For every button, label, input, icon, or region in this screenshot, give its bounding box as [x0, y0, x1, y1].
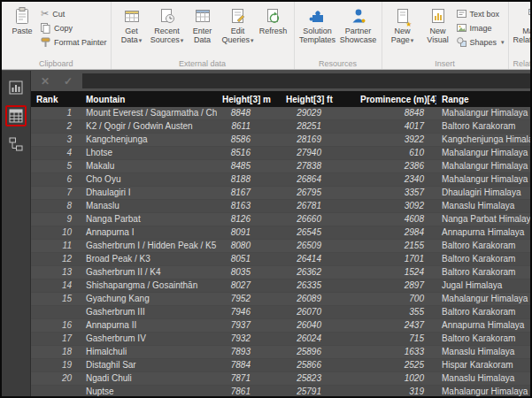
cell[interactable]: Mahalangur Himalaya — [436, 293, 530, 306]
cell[interactable]: 319 — [355, 386, 436, 397]
format-painter-button[interactable]: Format Painter — [41, 36, 107, 48]
cell[interactable]: Annapurna Himalaya — [436, 319, 530, 333]
cell[interactable]: Ngadi Chuli — [81, 372, 217, 386]
cell[interactable]: Makalu — [81, 160, 217, 173]
get-data-button[interactable]: Get Data▾ — [115, 4, 149, 57]
data-view-button[interactable] — [5, 105, 27, 126]
cell[interactable]: 28169 — [281, 134, 355, 147]
cell[interactable]: 7861 — [217, 386, 281, 397]
paste-button[interactable]: Paste — [5, 4, 39, 57]
cell[interactable]: 1020 — [355, 372, 436, 386]
edit-queries-button[interactable]: Edit Queries▾ — [221, 4, 255, 57]
cell[interactable]: Hispar Karakoram — [436, 359, 530, 372]
cell[interactable]: Annapurna I — [81, 226, 217, 240]
cell[interactable]: 17 — [31, 333, 81, 346]
cell[interactable]: 4 — [31, 147, 81, 160]
cell[interactable]: Manaslu — [81, 200, 217, 213]
cell[interactable]: 9 — [31, 213, 81, 226]
cell[interactable]: Kangchenjunga — [81, 134, 217, 147]
cell[interactable]: 26335 — [281, 279, 355, 293]
relationships-view-button[interactable] — [5, 134, 27, 155]
cell[interactable]: Dhaulagiri Himalaya — [436, 187, 530, 200]
cell[interactable]: 8516 — [217, 147, 281, 160]
cell[interactable]: 715 — [355, 333, 436, 346]
cell[interactable]: 3 — [31, 134, 81, 147]
cell[interactable]: 5 — [31, 160, 81, 173]
column-header[interactable]: Mountain — [81, 91, 217, 107]
column-header[interactable]: Height[3] ft — [281, 91, 355, 107]
cell[interactable]: 8051 — [217, 253, 281, 266]
cell[interactable]: 25791 — [281, 386, 355, 397]
cell[interactable]: K2 / Qogir / Godwin Austen — [81, 120, 217, 134]
cell[interactable]: 8 — [31, 200, 81, 213]
close-icon[interactable]: ✕ — [41, 75, 50, 88]
cell[interactable]: Nanga Parbat — [81, 213, 217, 226]
cell[interactable]: 7932 — [217, 333, 281, 346]
manage-relationships-button[interactable]: Manage Relationships — [513, 4, 530, 57]
copy-button[interactable]: Copy — [41, 22, 107, 34]
cell[interactable]: 26864 — [281, 173, 355, 187]
cell[interactable]: Baltoro Karakoram — [436, 306, 530, 319]
cut-button[interactable]: ✂ Cut — [41, 8, 107, 19]
cell[interactable]: Gyachung Kang — [81, 293, 217, 306]
cell[interactable]: 14 — [31, 279, 81, 293]
cell[interactable]: 7884 — [217, 359, 281, 372]
cell[interactable]: Mahalangur Himalaya — [436, 147, 530, 160]
cell[interactable]: 25896 — [281, 346, 355, 359]
cell[interactable]: 25823 — [281, 372, 355, 386]
cell[interactable]: 26509 — [281, 240, 355, 253]
cell[interactable]: 26024 — [281, 333, 355, 346]
cell[interactable]: 7893 — [217, 346, 281, 359]
cell[interactable]: 8035 — [217, 266, 281, 279]
cell[interactable]: 2155 — [355, 240, 436, 253]
cell[interactable] — [31, 386, 81, 397]
cell[interactable]: 7 — [31, 187, 81, 200]
cell[interactable]: Mahalangur Himalaya — [436, 386, 530, 397]
cell[interactable]: Kangchenjunga Himalaya — [436, 134, 530, 147]
cell[interactable]: 3922 — [355, 134, 436, 147]
recent-sources-button[interactable]: Recent Sources▾ — [150, 4, 184, 57]
column-header[interactable]: Rank — [31, 91, 81, 107]
cell[interactable]: 26362 — [281, 266, 355, 279]
cell[interactable]: Distaghil Sar — [81, 359, 217, 372]
cell[interactable]: 18 — [31, 346, 81, 359]
cell[interactable]: 26781 — [281, 200, 355, 213]
cell[interactable]: Nanga Parbat Himalaya — [436, 213, 530, 226]
cell[interactable]: Annapurna Himalaya — [436, 226, 530, 240]
cell[interactable]: 26089 — [281, 293, 355, 306]
cell[interactable]: Mahalangur Himalaya — [436, 173, 530, 187]
cell[interactable]: Jugal Himalaya — [436, 279, 530, 293]
cell[interactable]: 27838 — [281, 160, 355, 173]
cell[interactable]: 1524 — [355, 266, 436, 279]
cell[interactable]: 8080 — [217, 240, 281, 253]
cell[interactable]: 8485 — [217, 160, 281, 173]
cell[interactable]: 1701 — [355, 253, 436, 266]
cell[interactable]: Baltoro Karakoram — [436, 333, 530, 346]
cell[interactable]: 11 — [31, 240, 81, 253]
cell[interactable]: 2386 — [355, 160, 436, 173]
cell[interactable]: Baltoro Karakoram — [436, 253, 530, 266]
cell[interactable]: Mahalangur Himalaya — [436, 107, 530, 120]
text-box-button[interactable]: Text box — [457, 8, 505, 19]
cell[interactable]: 2525 — [355, 359, 436, 372]
cell[interactable]: 13 — [31, 266, 81, 279]
cell[interactable]: 12 — [31, 253, 81, 266]
cell[interactable]: Himalchuli — [81, 346, 217, 359]
cell[interactable]: Gasherbrum I / Hidden Peak / K5 — [81, 240, 217, 253]
cell[interactable] — [31, 306, 81, 319]
cell[interactable]: 26545 — [281, 226, 355, 240]
column-header[interactable]: Range — [436, 91, 530, 107]
cell[interactable]: 4608 — [355, 213, 436, 226]
cell[interactable]: 16 — [31, 319, 81, 333]
image-button[interactable]: Image — [457, 22, 505, 34]
cell[interactable]: 3357 — [355, 187, 436, 200]
cell[interactable]: 8163 — [217, 200, 281, 213]
solution-templates-button[interactable]: Solution Templates — [298, 4, 337, 57]
cell[interactable]: 8091 — [217, 226, 281, 240]
cell[interactable]: 700 — [355, 293, 436, 306]
cell[interactable]: 2984 — [355, 226, 436, 240]
cell[interactable]: 2897 — [355, 279, 436, 293]
cell[interactable]: 28251 — [281, 120, 355, 134]
cell[interactable]: 355 — [355, 306, 436, 319]
cell[interactable]: Mahalangur Himalaya — [436, 160, 530, 173]
